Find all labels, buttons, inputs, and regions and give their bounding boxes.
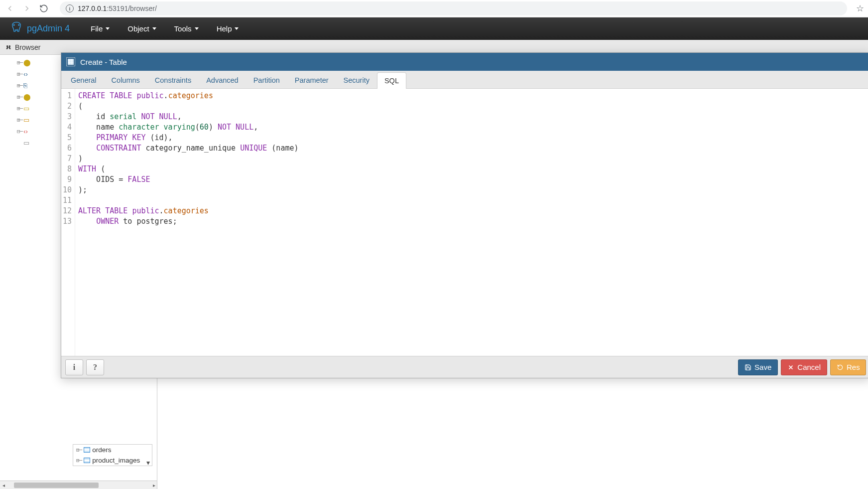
tree-partial: ⊞─⬤ ⊞─‹› ⊞─⎘ ⊞─⬤ ⊞─▭ ⊞─▭ ⊟─‹› ▭: [17, 57, 58, 149]
tab-general[interactable]: General: [63, 72, 104, 88]
sidebar-horizontal-scrollbar[interactable]: ◂ ▸: [0, 481, 157, 489]
tab-partition[interactable]: Partition: [246, 72, 287, 88]
close-icon: [787, 364, 794, 371]
line-gutter: 12345678910111213: [61, 89, 75, 356]
scroll-right-arrow-icon[interactable]: ▸: [150, 483, 157, 488]
dialog-footer: i ? Save Cancel Reset: [61, 356, 868, 378]
app-name: pgAdmin 4: [27, 23, 70, 34]
dialog-title: Create - Table: [80, 58, 127, 66]
table-icon: [84, 458, 90, 463]
caret-down-icon: [235, 27, 239, 30]
create-table-dialog: Create - Table General Columns Constrain…: [61, 52, 868, 378]
scroll-left-arrow-icon[interactable]: ◂: [0, 483, 7, 488]
tab-columns[interactable]: Columns: [104, 72, 147, 88]
save-icon: [744, 364, 751, 371]
menu-file[interactable]: File: [84, 21, 117, 36]
save-button[interactable]: Save: [738, 359, 778, 375]
scrollbar-thumb[interactable]: [14, 483, 99, 488]
menu-object[interactable]: Object: [121, 21, 163, 36]
table-icon: [84, 447, 90, 453]
cancel-button[interactable]: Cancel: [781, 359, 827, 375]
menu-help[interactable]: Help: [210, 21, 246, 36]
sql-editor[interactable]: 12345678910111213 CREATE TABLE public.ca…: [61, 89, 868, 356]
pgadmin-logo[interactable]: pgAdmin 4: [10, 21, 70, 36]
tab-constraints[interactable]: Constraints: [147, 72, 199, 88]
nav-forward-button[interactable]: [21, 2, 33, 14]
elephant-icon: [10, 21, 23, 36]
url-text: 127.0.0.1:53191/browser/: [78, 4, 157, 12]
nav-reload-button[interactable]: [38, 2, 50, 14]
code-content[interactable]: CREATE TABLE public.categories( id seria…: [75, 89, 299, 356]
info-button[interactable]: i: [65, 359, 83, 375]
dropdown-caret-icon[interactable]: ▾: [146, 459, 150, 467]
browser-panel-title: Browser: [15, 43, 40, 51]
help-button[interactable]: ?: [86, 359, 104, 375]
nav-back-button[interactable]: [4, 2, 16, 14]
caret-down-icon: [195, 27, 199, 30]
binoculars-icon: [5, 44, 12, 51]
dialog-titlebar[interactable]: Create - Table: [61, 53, 868, 71]
pgadmin-navbar: pgAdmin 4 File Object Tools Help: [0, 17, 868, 40]
site-info-icon[interactable]: i: [66, 4, 74, 12]
recycle-icon: [837, 364, 844, 371]
browser-chrome: i 127.0.0.1:53191/browser/ ☆: [0, 0, 868, 17]
dialog-tabs: General Columns Constraints Advanced Par…: [61, 71, 868, 89]
caret-down-icon: [106, 27, 110, 30]
tree-item-product-images[interactable]: ⊞─product_images: [73, 455, 152, 466]
svg-rect-0: [68, 59, 74, 65]
url-bar[interactable]: i 127.0.0.1:53191/browser/: [60, 1, 847, 15]
menu-tools[interactable]: Tools: [167, 21, 206, 36]
reset-button[interactable]: Reset: [830, 359, 866, 375]
tab-sql[interactable]: SQL: [377, 72, 406, 89]
caret-down-icon: [152, 27, 156, 30]
tab-advanced[interactable]: Advanced: [199, 72, 246, 88]
tab-parameter[interactable]: Parameter: [287, 72, 336, 88]
tab-security[interactable]: Security: [336, 72, 377, 88]
table-icon: [66, 57, 75, 66]
tree-item-orders[interactable]: ⊞─orders: [73, 445, 152, 455]
tree-visible-items: ⊞─orders ⊞─product_images ▾: [73, 444, 152, 466]
bookmark-star-icon[interactable]: ☆: [856, 3, 864, 14]
